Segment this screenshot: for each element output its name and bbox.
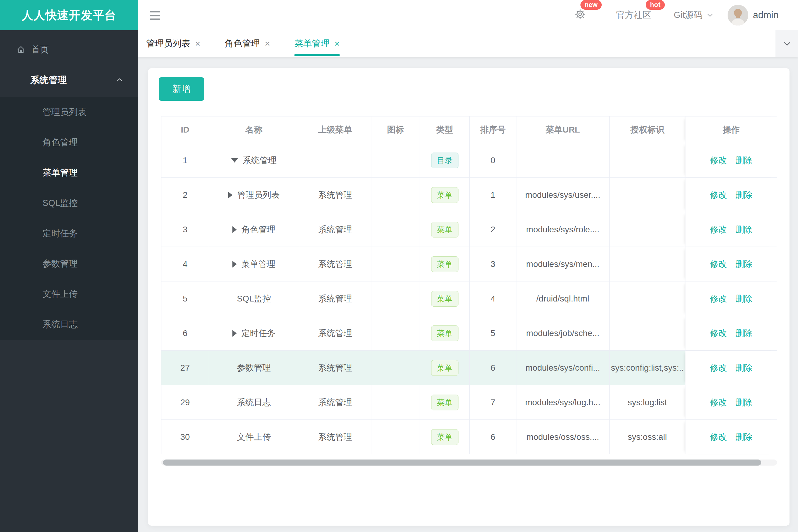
tab-close-icon[interactable]: ×	[334, 39, 340, 48]
sidebar-item-2[interactable]: 菜单管理	[0, 158, 138, 188]
type-badge: 菜单	[431, 187, 459, 203]
tab-1[interactable]: 角色管理×	[225, 30, 270, 57]
add-button[interactable]: 新增	[159, 77, 204, 101]
sidebar-home-label: 首页	[31, 44, 49, 56]
cell-sort: 3	[470, 247, 516, 281]
column-header: ID	[162, 116, 209, 143]
sidebar-item-label: SQL监控	[42, 197, 78, 209]
cell-url: modules/sys/confi...	[516, 350, 610, 385]
tree-expand-icon[interactable]	[233, 261, 237, 267]
home-icon	[17, 45, 25, 54]
delete-link[interactable]: 删除	[736, 362, 753, 374]
cell-type: 目录	[420, 143, 470, 177]
sidebar-item-0[interactable]: 管理员列表	[0, 97, 138, 127]
cell-id: 4	[162, 247, 209, 281]
hamburger-bar	[150, 15, 160, 16]
sidebar-group-system[interactable]: 系统管理	[0, 64, 138, 96]
sidebar-item-label: 参数管理	[42, 258, 78, 270]
cell-icon	[371, 178, 420, 212]
tab-0[interactable]: 管理员列表×	[146, 30, 201, 57]
menu-name: 参数管理	[237, 362, 271, 374]
horizontal-scrollbar-thumb[interactable]	[163, 459, 761, 466]
cell-type: 菜单	[420, 316, 470, 350]
cell-name: 文件上传	[209, 420, 299, 454]
tab-close-icon[interactable]: ×	[195, 39, 201, 48]
table-row: 30文件上传系统管理菜单6modules/oss/oss....sys:oss:…	[162, 420, 777, 454]
sidebar-item-1[interactable]: 角色管理	[0, 127, 138, 158]
table-row: 6定时任务系统管理菜单5modules/job/sche...修改删除	[162, 316, 777, 350]
sidebar-item-7[interactable]: 系统日志	[0, 309, 138, 340]
cell-parent: 系统管理	[299, 350, 372, 385]
tree-expand-icon[interactable]	[233, 226, 237, 233]
edit-link[interactable]: 修改	[710, 189, 727, 201]
edit-link[interactable]: 修改	[710, 155, 727, 166]
horizontal-scrollbar	[161, 459, 777, 466]
sidebar-item-6[interactable]: 文件上传	[0, 279, 138, 309]
delete-link[interactable]: 删除	[736, 224, 753, 235]
cell-sort: 5	[470, 316, 516, 350]
cell-auth	[610, 316, 686, 350]
edit-link[interactable]: 修改	[710, 224, 727, 235]
brand-logo: 人人快速开发平台	[0, 0, 138, 30]
cell-icon	[371, 385, 420, 419]
tab-overflow-button[interactable]	[776, 30, 798, 57]
delete-link[interactable]: 删除	[736, 397, 753, 408]
sidebar-item-label: 角色管理	[42, 136, 78, 149]
cell-name: 定时任务	[209, 316, 299, 350]
cell-auth	[610, 178, 686, 212]
cell-actions: 修改删除	[685, 212, 777, 247]
cell-id: 5	[162, 282, 209, 316]
cell-id: 2	[162, 178, 209, 212]
sidebar-item-4[interactable]: 定时任务	[0, 218, 138, 249]
avatar[interactable]	[728, 5, 748, 25]
table-row: 4菜单管理系统管理菜单3modules/sys/men...修改删除	[162, 247, 777, 282]
cell-actions: 修改删除	[685, 178, 777, 212]
user-menu[interactable]: admin	[753, 10, 779, 21]
cell-url: modules/sys/user....	[516, 178, 610, 212]
git-source-dropdown[interactable]: Git源码	[674, 9, 713, 21]
tree-expand-icon[interactable]	[228, 192, 233, 198]
community-link[interactable]: 官方社区 hot	[616, 9, 651, 21]
column-header: 授权标识	[610, 116, 686, 143]
edit-link[interactable]: 修改	[710, 259, 727, 270]
settings-button[interactable]: new	[574, 8, 586, 22]
cell-url: modules/sys/log.h...	[516, 385, 610, 419]
delete-link[interactable]: 删除	[736, 327, 753, 339]
cell-actions: 修改删除	[685, 247, 777, 281]
tree-expand-icon[interactable]	[233, 330, 237, 337]
sidebar-item-label: 文件上传	[42, 288, 78, 300]
sidebar-group-label: 系统管理	[30, 74, 67, 87]
edit-link[interactable]: 修改	[710, 327, 727, 339]
delete-link[interactable]: 删除	[736, 155, 753, 166]
type-badge: 菜单	[431, 222, 459, 238]
new-badge: new	[580, 0, 602, 10]
cell-name: 菜单管理	[209, 247, 299, 281]
cell-url	[516, 143, 610, 177]
cell-sort: 7	[470, 385, 516, 419]
sidebar-item-3[interactable]: SQL监控	[0, 188, 138, 218]
edit-link[interactable]: 修改	[710, 362, 727, 374]
cell-sort: 4	[470, 282, 516, 316]
delete-link[interactable]: 删除	[736, 293, 753, 305]
edit-link[interactable]: 修改	[710, 431, 727, 443]
cell-icon	[371, 143, 420, 177]
cell-parent: 系统管理	[299, 420, 372, 454]
tab-2[interactable]: 菜单管理×	[294, 30, 340, 57]
sidebar-item-5[interactable]: 参数管理	[0, 249, 138, 279]
edit-link[interactable]: 修改	[710, 397, 727, 408]
menu-name: 定时任务	[242, 327, 276, 339]
cell-parent: 系统管理	[299, 282, 372, 316]
cell-url: modules/job/sche...	[516, 316, 610, 350]
menu-name: 角色管理	[242, 224, 276, 235]
menu-name: 系统日志	[237, 397, 271, 408]
delete-link[interactable]: 删除	[736, 259, 753, 270]
edit-link[interactable]: 修改	[710, 293, 727, 305]
tree-collapse-icon[interactable]	[231, 158, 238, 163]
tab-close-icon[interactable]: ×	[265, 39, 270, 48]
delete-link[interactable]: 删除	[736, 189, 753, 201]
sidebar-toggle-icon[interactable]	[150, 11, 161, 20]
cell-sort: 2	[470, 212, 516, 247]
delete-link[interactable]: 删除	[736, 431, 753, 443]
sidebar-item-home[interactable]: 首页	[0, 39, 138, 61]
tabs: 管理员列表×角色管理×菜单管理×	[146, 30, 364, 57]
